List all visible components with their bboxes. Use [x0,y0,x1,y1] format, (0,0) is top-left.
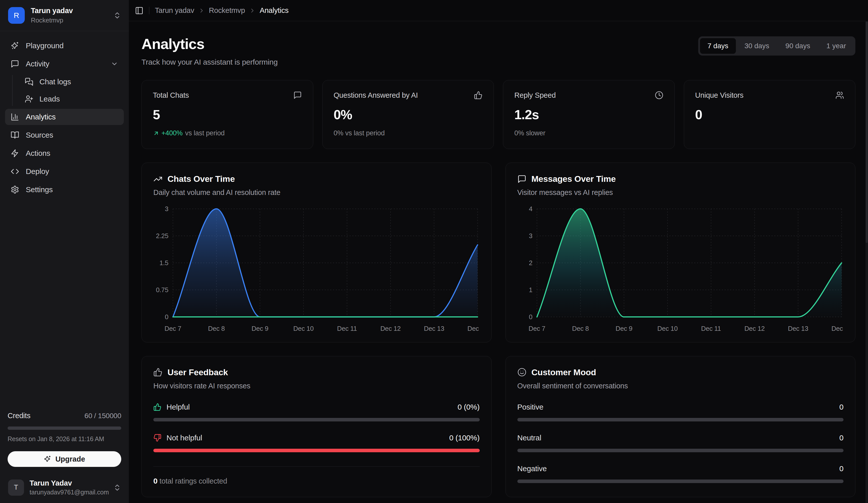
user-feedback-card: User Feedback How visitors rate AI respo… [142,356,492,497]
user-menu[interactable]: T Tarun Yadav tarunyadav9761@gmail.com [0,479,129,496]
svg-text:1: 1 [529,286,532,293]
svg-text:Dec 7: Dec 7 [164,325,181,332]
code-icon [11,167,19,176]
workspace-name: Tarun yadav [31,7,73,15]
total-ratings-text: 0 total ratings collected [153,477,480,485]
users-icon [835,91,844,99]
chevrons-up-down-icon [113,484,121,492]
helpful-value: 0 (0%) [457,403,479,411]
svg-text:3: 3 [529,232,532,239]
stat-value: 0% [334,107,483,122]
arrow-up-right-icon [153,130,159,137]
breadcrumb: Tarun yadav Rocketmvp Analytics [155,6,289,15]
stat-card-unique-visitors: Unique Visitors 0 [684,80,856,149]
svg-text:Dec 7: Dec 7 [528,325,545,332]
svg-text:2: 2 [529,259,532,266]
sidebar-nav: Playground Activity Chat logs [0,31,129,198]
stat-value: 0 [695,107,844,122]
time-range-7-days[interactable]: 7 days [700,38,736,54]
svg-text:3: 3 [165,205,168,212]
user-name: Tarun Yadav [30,479,107,488]
user-plus-icon [25,95,33,103]
customer-mood-card: Customer Mood Overall sentiment of conve… [506,356,856,497]
thumbs-up-icon [153,368,163,377]
thumbs-up-icon [474,91,483,99]
sparkles-icon [11,41,19,50]
feedback-row: User Feedback How visitors rate AI respo… [142,356,855,497]
top-bar: Tarun yadav Rocketmvp Analytics [129,0,868,21]
scrollbar[interactable] [866,21,868,503]
thumbs-down-icon [153,434,162,442]
sparkles-icon [44,455,51,463]
total-ratings-label: total ratings collected [158,477,227,485]
negative-row: Negative 0 [517,464,844,473]
breadcrumb-current: Analytics [260,6,289,15]
message-square-icon [517,175,526,184]
svg-text:Dec 13: Dec 13 [424,325,444,332]
sidebar-item-playground[interactable]: Playground [5,38,124,54]
main-area: Tarun yadav Rocketmvp Analytics Analytic… [129,0,868,503]
sidebar-item-analytics[interactable]: Analytics [5,109,124,125]
chart-subtitle: Visitor messages vs AI replies [517,188,844,197]
stat-sub-text: 0% slower [514,129,545,137]
sidebar-item-sources[interactable]: Sources [5,127,124,143]
upgrade-button-label: Upgrade [55,455,85,463]
message-square-icon [293,91,302,99]
breadcrumb-workspace[interactable]: Tarun yadav [155,6,194,15]
positive-bar [517,418,844,421]
credits-block: Credits 60 / 150000 Resets on Jan 8, 202… [0,411,129,467]
stat-card-reply-speed: Reply Speed 1.2s 0% slower [503,80,675,149]
chats-over-time-card: Chats Over Time Daily chat volume and AI… [142,163,492,343]
time-range-90-days[interactable]: 90 days [778,38,818,54]
svg-text:4: 4 [529,205,532,212]
upgrade-button[interactable]: Upgrade [8,451,121,467]
stat-card-total-chats: Total Chats 5 +400% vs last period [142,80,313,149]
sidebar-item-leads[interactable]: Leads [21,91,124,107]
not-helpful-value: 0 (100%) [449,433,479,442]
workspace-switcher[interactable]: R Tarun yadav Rocketmvp [0,7,129,24]
activity-submenu: Chat logs Leads [5,74,124,107]
stat-value: 1.2s [514,107,663,122]
positive-row: Positive 0 [517,403,844,411]
analytics-content: Analytics Track how your AI assistant is… [129,21,868,503]
time-range-30-days[interactable]: 30 days [737,38,777,54]
bar-chart-icon [11,113,19,121]
not-helpful-label: Not helpful [166,433,202,442]
stats-row: Total Chats 5 +400% vs last period [142,80,855,149]
sidebar-item-settings[interactable]: Settings [5,181,124,198]
negative-bar [517,480,844,483]
neutral-label: Neutral [517,433,541,442]
stat-delta-positive: +400% [153,129,183,137]
svg-text:Dec 14: Dec 14 [467,325,479,332]
sidebar-item-activity[interactable]: Activity [5,56,124,72]
zap-icon [11,149,19,158]
stat-label: Total Chats [153,91,189,99]
sidebar-item-deploy[interactable]: Deploy [5,164,124,179]
neutral-bar [517,449,844,452]
credits-reset-text: Resets on Jan 8, 2026 at 11:16 AM [8,435,121,443]
svg-text:0.75: 0.75 [156,286,168,293]
sidebar-item-actions[interactable]: Actions [5,145,124,161]
thumbs-up-icon [153,403,162,411]
positive-value: 0 [839,403,844,411]
messages-over-time-chart: 01234Dec 7Dec 8Dec 9Dec 10Dec 11Dec 12De… [517,205,844,335]
messages-square-icon [25,77,33,86]
sidebar: R Tarun yadav Rocketmvp Playground Activ… [0,0,129,503]
user-avatar: T [8,480,24,496]
user-email: tarunyadav9761@gmail.com [30,489,107,496]
breadcrumb-project[interactable]: Rocketmvp [209,6,245,15]
sidebar-item-chat-logs[interactable]: Chat logs [21,74,124,90]
svg-text:Dec 12: Dec 12 [381,325,401,332]
scrollbar-thumb[interactable] [866,21,868,243]
trending-up-icon [153,175,163,184]
svg-text:Dec 10: Dec 10 [657,325,678,332]
smile-icon [517,368,526,377]
time-range-1-year[interactable]: 1 year [819,38,854,54]
stat-card-questions-answered: Questions Answered by AI 0% 0% vs last p… [322,80,494,149]
sidebar-item-label: Chat logs [39,77,71,86]
book-open-icon [11,131,19,139]
negative-label: Negative [517,464,547,473]
sidebar-toggle-icon[interactable] [135,6,144,15]
not-helpful-row: Not helpful 0 (100%) [153,433,480,442]
svg-text:Dec 12: Dec 12 [744,325,765,332]
